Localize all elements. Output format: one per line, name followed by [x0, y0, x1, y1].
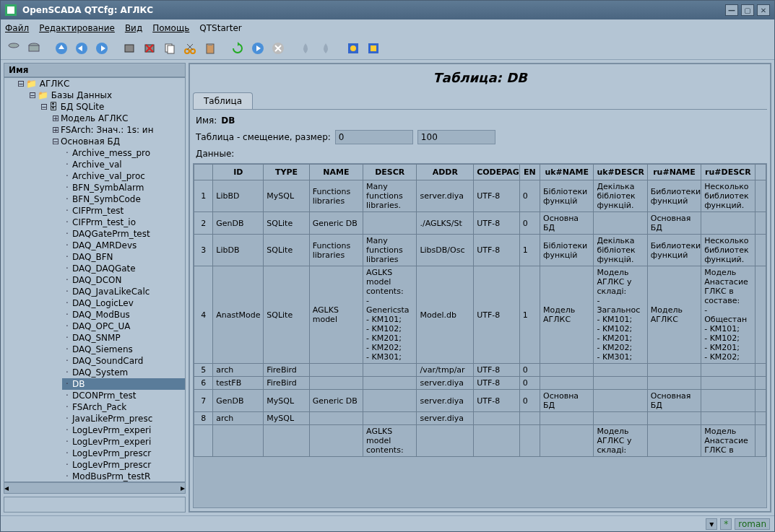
data-table[interactable]: IDTYPENAMEDESCRADDRCODEPAGEENuk#NAMEuk#D…: [194, 164, 766, 457]
db-save-icon[interactable]: [25, 40, 43, 57]
col-header[interactable]: ru#DESCR: [701, 165, 755, 180]
col-header[interactable]: ADDR: [417, 165, 474, 180]
tree-item[interactable]: ·DAQ_JavaLikeCalc: [62, 286, 185, 297]
tree-item[interactable]: ·DAQ_SNMP: [62, 332, 185, 344]
menu-help[interactable]: Помощь: [152, 23, 189, 33]
paste-icon[interactable]: [202, 40, 219, 57]
statusbar: ▾ * roman: [1, 515, 774, 531]
tree-item[interactable]: ·DB: [62, 378, 185, 390]
tree-item[interactable]: ·DAQGatePrm_test: [62, 228, 185, 240]
tree-item[interactable]: ⊞FSArch: Знач.: 1s: ин: [51, 124, 185, 136]
status-dropdown[interactable]: ▾: [706, 518, 717, 530]
tree-item[interactable]: ·BFN_SymbAlarm: [62, 182, 185, 193]
menu-view[interactable]: Вид: [125, 23, 142, 33]
maximize-button[interactable]: ▢: [741, 4, 754, 16]
toolbar: [1, 37, 774, 60]
svg-rect-4: [29, 45, 39, 51]
tree-item[interactable]: ·DAQ_DAQGate: [62, 263, 185, 274]
table-row[interactable]: 4AnastModeSQLiteAGLKS modelAGLKS model c…: [194, 266, 766, 364]
close-button[interactable]: ✕: [757, 4, 770, 16]
tree-item[interactable]: ·DAQ_Siemens: [62, 344, 185, 355]
cut-icon[interactable]: [181, 40, 199, 57]
tree-item[interactable]: ·CIFPrm_test: [62, 205, 185, 217]
workspace: Имя ⊟📁 АГЛКС⊟📁 Базы Данных⊟🗄 БД SQLite⊞М…: [1, 60, 774, 515]
item-del-icon[interactable]: [141, 40, 158, 57]
col-header[interactable]: ru#NAME: [647, 165, 701, 180]
tree-item[interactable]: ·DCONPrm_test: [62, 390, 185, 401]
table-row[interactable]: 7GenDBMySQLGeneric DBserver.diyaUTF-80Ос…: [194, 390, 766, 412]
table-row[interactable]: AGLKS model contents:Модель АГЛКС у скла…: [194, 425, 766, 457]
table-row[interactable]: 3LibDBSQLiteFunctions librariesMany func…: [194, 235, 766, 266]
tree-item[interactable]: ·DAQ_ModBus: [62, 309, 185, 320]
titlebar[interactable]: OpenSCADA QTCfg: АГЛКС — ▢ ✕: [1, 1, 774, 19]
tree-pane: Имя ⊟📁 АГЛКС⊟📁 Базы Данных⊟🗄 БД SQLite⊞М…: [4, 63, 186, 513]
copy-icon[interactable]: [161, 40, 178, 57]
col-header[interactable]: NAME: [309, 165, 363, 180]
offset-input[interactable]: [335, 130, 413, 144]
table-row[interactable]: 8archMySQLserver.diya: [194, 412, 766, 425]
tree-header: Имя: [4, 63, 186, 77]
status-user[interactable]: roman: [735, 518, 770, 530]
table-row[interactable]: 6testFBFireBirdserver.diyaUTF-80: [194, 377, 766, 390]
nav-forward-icon[interactable]: [93, 40, 111, 57]
droplet2-icon[interactable]: [317, 40, 334, 57]
tree-item[interactable]: ·DAQ_AMRDevs: [62, 240, 185, 251]
tree-item[interactable]: ·DAQ_BFN: [62, 251, 185, 263]
stop-icon[interactable]: [269, 40, 287, 57]
tree-item[interactable]: ⊟Основная БД: [51, 136, 185, 147]
page-title: Таблица: DB: [193, 67, 767, 92]
tree-item[interactable]: ·Archive_val: [62, 159, 185, 170]
tree-item[interactable]: ·Archive_mess_pro: [62, 147, 185, 159]
tree-item[interactable]: ·LogLevPrm_prescr: [62, 448, 185, 459]
name-value: DB: [221, 115, 235, 126]
table-row[interactable]: 5archFireBird/var/tmp/arUTF-80: [194, 364, 766, 377]
col-header[interactable]: uk#NAME: [540, 165, 594, 180]
droplet-icon[interactable]: [297, 40, 314, 57]
tree-item[interactable]: ·JavaLikePrm_presc: [62, 413, 185, 424]
tree-item[interactable]: ·DAQ_DCON: [62, 274, 185, 286]
item-add-icon[interactable]: [121, 40, 138, 57]
tree-item[interactable]: ·LogLevPrm_experi: [62, 436, 185, 448]
tab-strip: Таблица: [193, 92, 767, 110]
tree-item[interactable]: ·CIFPrm_test_io: [62, 217, 185, 228]
db-load-icon[interactable]: [5, 40, 22, 57]
tree-item[interactable]: ·DAQ_OPC_UA: [62, 320, 185, 332]
nav-up-icon[interactable]: [53, 40, 70, 57]
table-row[interactable]: 1LibBDMySQLFunctions librariesMany funct…: [194, 180, 766, 212]
tree-item[interactable]: ·FSArch_Pack: [62, 401, 185, 413]
module2-icon[interactable]: [365, 40, 382, 57]
col-header[interactable]: DESCR: [363, 165, 417, 180]
tree-item[interactable]: ·LogLevPrm_prescr: [62, 459, 185, 471]
tree-item[interactable]: ·Archive_val_proc: [62, 170, 185, 182]
svg-point-25: [350, 45, 356, 51]
tree-item[interactable]: ·DAQ_SoundCard: [62, 355, 185, 367]
tree-item[interactable]: ⊟📁 АГЛКС: [16, 78, 185, 90]
table-row[interactable]: 2GenDBSQLiteGeneric DB./AGLKS/StUTF-80Ос…: [194, 212, 766, 235]
minimize-button[interactable]: —: [725, 4, 738, 16]
tree-footer-box: [4, 497, 186, 513]
run-icon[interactable]: [249, 40, 267, 57]
tree-item[interactable]: ⊟📁 Базы Данных: [27, 90, 185, 101]
tab-table[interactable]: Таблица: [193, 92, 253, 109]
tree-item[interactable]: ·LogLevPrm_experi: [62, 424, 185, 436]
tree-item[interactable]: ·ModBusPrm_testR: [62, 471, 185, 482]
col-header[interactable]: uk#DESCR: [594, 165, 647, 180]
nav-tree[interactable]: ⊟📁 АГЛКС⊟📁 Базы Данных⊟🗄 БД SQLite⊞Модел…: [4, 77, 186, 482]
tree-item[interactable]: ⊞Модель АГЛКС: [51, 113, 185, 124]
size-input[interactable]: [417, 130, 495, 144]
refresh-icon[interactable]: [229, 40, 246, 57]
tree-item[interactable]: ·DAQ_System: [62, 367, 185, 378]
nav-back-icon[interactable]: [73, 40, 90, 57]
tree-hscroll[interactable]: ◂▸: [4, 482, 186, 494]
col-header[interactable]: TYPE: [264, 165, 309, 180]
tree-item[interactable]: ⊟🗄 БД SQLite: [39, 101, 185, 113]
col-header[interactable]: ID: [213, 165, 264, 180]
menu-qtstarter[interactable]: QTStarter: [199, 23, 241, 33]
tree-item[interactable]: ·DAQ_LogicLev: [62, 297, 185, 309]
col-header[interactable]: CODEPAGE: [474, 165, 519, 180]
col-header[interactable]: EN: [519, 165, 540, 180]
menu-edit[interactable]: Редактирование: [39, 23, 115, 33]
menu-file[interactable]: Файл: [5, 23, 29, 33]
module1-icon[interactable]: [345, 40, 362, 57]
tree-item[interactable]: ·BFN_SymbCode: [62, 193, 185, 205]
